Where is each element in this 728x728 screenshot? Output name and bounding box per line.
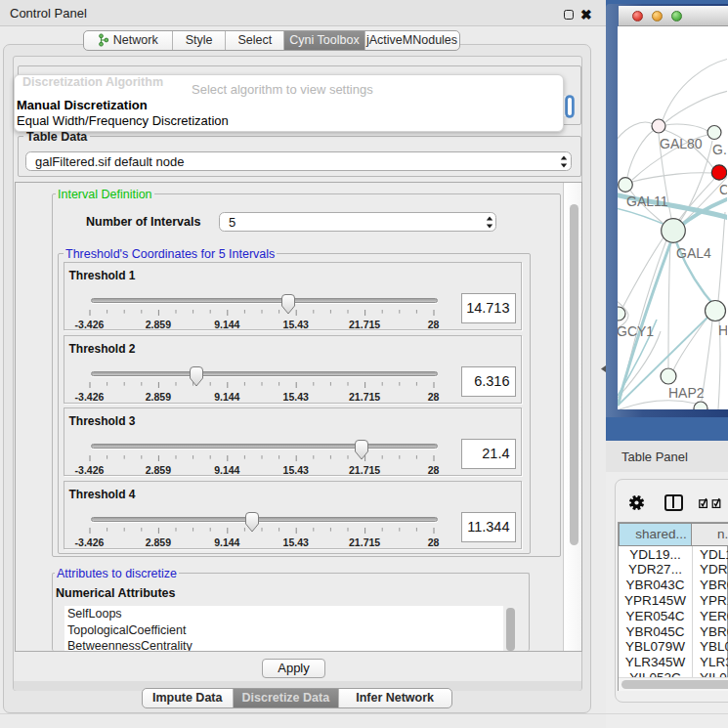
svg-text:GAL11: GAL11 bbox=[626, 193, 668, 209]
svg-text:G.: G. bbox=[712, 142, 727, 157]
svg-text:C: C bbox=[719, 182, 727, 197]
svg-text:GAL80: GAL80 bbox=[660, 136, 703, 151]
svg-text:HAP2: HAP2 bbox=[668, 385, 705, 401]
svg-text:H: H bbox=[718, 322, 727, 338]
svg-text:GAL4: GAL4 bbox=[676, 245, 711, 261]
svg-text:GCY1: GCY1 bbox=[618, 323, 654, 339]
